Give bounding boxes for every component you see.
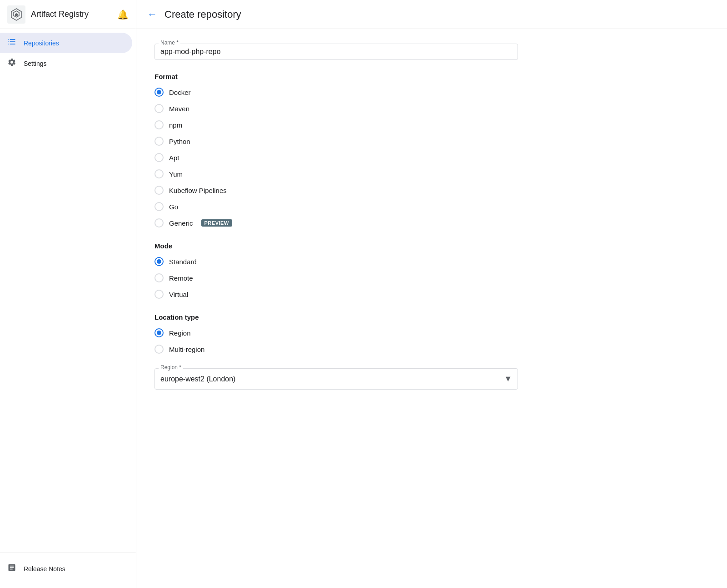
npm-radio-circle xyxy=(154,120,164,129)
name-input[interactable] xyxy=(160,48,512,56)
sidebar-item-settings[interactable]: Settings xyxy=(0,53,132,74)
location-type-section: Location type Region Multi-region xyxy=(154,313,518,356)
sidebar-footer: Release Notes xyxy=(0,553,136,584)
mode-heading: Mode xyxy=(154,242,518,250)
go-label: Go xyxy=(169,203,178,211)
format-kubeflow[interactable]: Kubeflow Pipelines xyxy=(154,184,518,197)
multi-region-radio-circle xyxy=(154,345,164,354)
release-notes-label: Release Notes xyxy=(24,565,65,573)
main-content: Name * Format Docker Maven xyxy=(136,29,727,588)
format-npm[interactable]: npm xyxy=(154,119,518,131)
format-docker[interactable]: Docker xyxy=(154,86,518,99)
bell-icon[interactable]: 🔔 xyxy=(117,9,129,20)
settings-label: Settings xyxy=(24,60,47,67)
standard-label: Standard xyxy=(169,258,197,266)
svg-rect-6 xyxy=(9,41,10,42)
sidebar-nav: Repositories Settings xyxy=(0,33,136,553)
kubeflow-label: Kubeflow Pipelines xyxy=(169,187,227,194)
yum-radio-circle xyxy=(154,169,164,178)
location-region[interactable]: Region xyxy=(154,326,518,339)
format-section: Format Docker Maven npm xyxy=(154,73,518,229)
name-field-wrapper: Name * xyxy=(154,44,518,60)
apt-label: Apt xyxy=(169,154,179,162)
location-type-heading: Location type xyxy=(154,313,518,321)
location-type-radio-group: Region Multi-region xyxy=(154,326,518,356)
mode-standard[interactable]: Standard xyxy=(154,255,518,268)
gear-icon xyxy=(7,58,16,69)
form-section: Name * Format Docker Maven xyxy=(154,44,518,390)
app-title: Artifact Registry xyxy=(31,10,89,19)
sidebar-header: Artifact Registry 🔔 xyxy=(0,0,136,29)
docker-radio-circle xyxy=(154,88,164,97)
npm-label: npm xyxy=(169,121,182,129)
standard-radio-circle xyxy=(154,257,164,266)
preview-badge: PREVIEW xyxy=(201,219,232,227)
virtual-radio-circle xyxy=(154,290,164,299)
svg-rect-9 xyxy=(10,44,15,44)
python-label: Python xyxy=(169,138,190,145)
svg-rect-5 xyxy=(10,39,15,40)
go-radio-circle xyxy=(154,202,164,211)
region-select-wrapper[interactable]: Region * europe-west2 (London) ▼ europe-… xyxy=(154,368,518,390)
page-title: Create repository xyxy=(164,9,241,20)
remote-label: Remote xyxy=(169,274,193,282)
kubeflow-radio-circle xyxy=(154,186,164,195)
app-logo-icon xyxy=(7,5,25,24)
svg-rect-8 xyxy=(9,44,10,44)
mode-virtual[interactable]: Virtual xyxy=(154,288,518,301)
format-maven[interactable]: Maven xyxy=(154,102,518,115)
format-python[interactable]: Python xyxy=(154,135,518,148)
format-generic[interactable]: Generic PREVIEW xyxy=(154,217,518,229)
multi-region-label: Multi-region xyxy=(169,346,204,353)
generic-label: Generic xyxy=(169,219,193,227)
location-multi-region[interactable]: Multi-region xyxy=(154,343,518,356)
region-radio-inner xyxy=(157,331,161,335)
sidebar: Repositories Settings Release Notes xyxy=(0,29,136,588)
mode-section: Mode Standard Remote Virtual xyxy=(154,242,518,301)
format-go[interactable]: Go xyxy=(154,200,518,213)
svg-rect-7 xyxy=(10,41,15,42)
release-notes-icon xyxy=(7,563,16,574)
mode-remote[interactable]: Remote xyxy=(154,272,518,284)
maven-radio-circle xyxy=(154,104,164,113)
name-label: Name * xyxy=(159,40,180,46)
apt-radio-circle xyxy=(154,153,164,162)
format-apt[interactable]: Apt xyxy=(154,151,518,164)
python-radio-circle xyxy=(154,137,164,146)
docker-label: Docker xyxy=(169,89,191,96)
virtual-label: Virtual xyxy=(169,291,188,298)
maven-label: Maven xyxy=(169,105,189,113)
mode-radio-group: Standard Remote Virtual xyxy=(154,255,518,301)
remote-radio-circle xyxy=(154,273,164,282)
main-header: ← Create repository xyxy=(136,0,727,29)
list-icon xyxy=(7,37,16,49)
name-field-group: Name * xyxy=(154,44,518,60)
format-yum[interactable]: Yum xyxy=(154,168,518,180)
region-radio-circle xyxy=(154,328,164,337)
sidebar-item-release-notes[interactable]: Release Notes xyxy=(0,558,132,579)
yum-label: Yum xyxy=(169,170,183,178)
standard-radio-inner xyxy=(157,259,161,264)
repositories-label: Repositories xyxy=(24,40,59,47)
format-heading: Format xyxy=(154,73,518,80)
docker-radio-inner xyxy=(157,90,161,94)
svg-rect-4 xyxy=(9,39,10,40)
region-label: Region xyxy=(169,329,191,337)
region-field-group: Region * europe-west2 (London) ▼ europe-… xyxy=(154,368,518,390)
sidebar-item-repositories[interactable]: Repositories xyxy=(0,33,132,53)
back-button[interactable]: ← xyxy=(147,9,157,20)
format-radio-group: Docker Maven npm Python xyxy=(154,86,518,229)
generic-radio-circle xyxy=(154,218,164,227)
